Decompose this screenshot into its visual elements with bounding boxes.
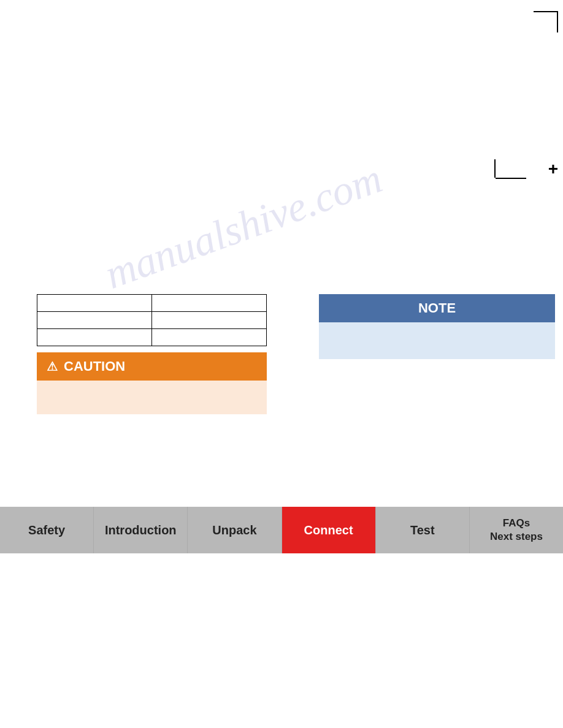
caution-body	[37, 381, 267, 414]
watermark: manualshive.com	[99, 154, 388, 298]
warning-icon: ⚠	[47, 359, 58, 374]
navigation-bar: Safety Introduction Unpack Connect Test …	[0, 507, 563, 553]
table-cell	[152, 329, 267, 346]
table-cell	[152, 295, 267, 312]
nav-label-safety: Safety	[28, 523, 65, 537]
corner-plus-icon: +	[548, 161, 558, 178]
table-cell	[37, 329, 152, 346]
nav-item-connect[interactable]: Connect	[282, 507, 376, 553]
caution-header: ⚠ CAUTION	[37, 352, 267, 381]
content-wrapper: ⚠ CAUTION NOTE	[37, 294, 526, 414]
note-header: NOTE	[319, 294, 555, 322]
data-table	[37, 294, 267, 346]
table-cell	[152, 312, 267, 329]
note-box: NOTE	[319, 294, 555, 359]
nav-label-connect: Connect	[304, 523, 353, 537]
corner-line-v	[494, 159, 496, 178]
nav-label-faqs: FAQsNext steps	[490, 517, 543, 544]
table-row	[37, 329, 267, 346]
nav-label-introduction: Introduction	[105, 523, 177, 537]
caution-label: CAUTION	[64, 358, 125, 374]
nav-label-unpack: Unpack	[212, 523, 256, 537]
corner-line-h	[496, 178, 526, 179]
nav-label-test: Test	[410, 523, 435, 537]
nav-item-unpack[interactable]: Unpack	[188, 507, 282, 553]
main-content: ⚠ CAUTION NOTE	[37, 294, 526, 419]
table-cell	[37, 295, 152, 312]
nav-item-introduction[interactable]: Introduction	[94, 507, 188, 553]
nav-item-test[interactable]: Test	[376, 507, 470, 553]
corner-marker-tr	[521, 11, 558, 36]
note-body	[319, 322, 555, 359]
nav-item-faqs[interactable]: FAQsNext steps	[470, 507, 563, 553]
table-row	[37, 312, 267, 329]
nav-item-safety[interactable]: Safety	[0, 507, 94, 553]
table-cell	[37, 312, 152, 329]
table-row	[37, 295, 267, 312]
caution-box: ⚠ CAUTION	[37, 352, 267, 414]
